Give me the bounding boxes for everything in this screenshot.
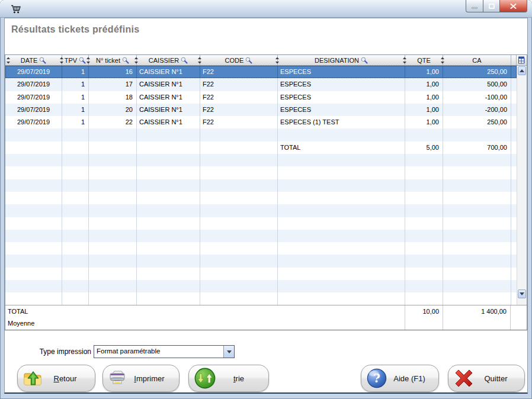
close-button[interactable] bbox=[499, 0, 527, 12]
cell-ticket bbox=[89, 280, 137, 292]
table-row[interactable]: 29/07/2019117CAISSIER N°1F22ESPECES1,005… bbox=[5, 78, 517, 91]
combo-dropdown-button[interactable] bbox=[223, 346, 234, 358]
column-pin-icon bbox=[6, 57, 11, 64]
table-row[interactable]: TOTAL5,00700,00 bbox=[5, 141, 517, 154]
cell-designation: ESPECES (1) TEST bbox=[278, 116, 405, 128]
app-window: Résultats tickets prédéfinis DATETPVN° t… bbox=[0, 0, 532, 399]
cell-tpv bbox=[62, 268, 89, 280]
cell-qte bbox=[405, 192, 443, 204]
imprimer-button[interactable]: Imprimer bbox=[102, 365, 180, 392]
scroll-up-button[interactable] bbox=[518, 66, 526, 75]
cell-date: 29/07/2019 bbox=[5, 91, 62, 104]
retour-button-label: Retour bbox=[43, 374, 95, 383]
table-row[interactable] bbox=[5, 204, 517, 217]
cell-ticket bbox=[89, 179, 137, 192]
column-header-tpv[interactable]: TPV bbox=[62, 55, 89, 65]
column-chooser-button[interactable] bbox=[517, 55, 527, 65]
cell-designation: ESPECES bbox=[278, 66, 405, 78]
table-row[interactable] bbox=[5, 166, 517, 179]
table-row[interactable] bbox=[5, 255, 517, 267]
type-impression-select[interactable]: Format paramétrable bbox=[94, 345, 235, 358]
table-row[interactable]: 29/07/2019122CAISSIER N°1F22ESPECES (1) … bbox=[5, 116, 517, 128]
cell-ticket bbox=[89, 217, 137, 230]
cell-date bbox=[5, 217, 62, 230]
cell-qte bbox=[405, 268, 443, 280]
table-row[interactable]: 29/07/2019120CAISSIER N°1F22ESPECES1,00-… bbox=[5, 104, 517, 116]
maximize-button[interactable] bbox=[483, 0, 500, 12]
cell-code bbox=[200, 192, 278, 204]
quitter-button[interactable]: Quitter bbox=[448, 365, 525, 392]
search-icon[interactable] bbox=[245, 57, 252, 64]
search-icon[interactable] bbox=[39, 57, 46, 64]
cell-qte bbox=[405, 255, 443, 267]
cell-date bbox=[5, 128, 62, 141]
search-icon[interactable] bbox=[181, 57, 188, 64]
trie-button[interactable]: trie bbox=[188, 365, 269, 392]
cell-tpv bbox=[62, 204, 89, 217]
search-icon[interactable] bbox=[122, 57, 129, 64]
cell-designation: TOTAL bbox=[278, 141, 405, 154]
row-filler bbox=[511, 230, 517, 242]
table-row[interactable] bbox=[5, 179, 517, 192]
maximize-icon bbox=[489, 4, 495, 9]
cell-date: 29/07/2019 bbox=[5, 104, 62, 116]
table-row[interactable] bbox=[5, 217, 517, 230]
column-header-ca[interactable]: CA bbox=[443, 55, 511, 65]
cell-tpv bbox=[62, 280, 89, 292]
scroll-down-button[interactable] bbox=[518, 289, 526, 298]
aide-button[interactable]: ?Aide (F1) bbox=[361, 365, 439, 392]
cell-tpv bbox=[62, 179, 89, 192]
table-row[interactable] bbox=[5, 280, 517, 292]
table-row[interactable]: 29/07/2019118CAISSIER N°1F22ESPECES1,00-… bbox=[5, 91, 517, 104]
titlebar[interactable] bbox=[0, 0, 532, 18]
footer-total-qte: 10,00 bbox=[405, 305, 443, 317]
cell-qte bbox=[405, 154, 443, 166]
column-header-designation[interactable]: DESIGNATION bbox=[278, 55, 405, 65]
cell-tpv bbox=[62, 128, 89, 141]
column-header-label: TPV bbox=[65, 57, 77, 64]
printer-icon bbox=[108, 370, 127, 387]
table-row[interactable] bbox=[5, 192, 517, 204]
cell-designation bbox=[278, 204, 405, 217]
column-header-ticket[interactable]: N° ticket bbox=[89, 55, 137, 65]
cell-designation: ESPECES bbox=[278, 104, 405, 116]
search-icon[interactable] bbox=[361, 57, 368, 64]
table-row[interactable] bbox=[5, 128, 517, 141]
cell-tpv: 1 bbox=[62, 91, 89, 104]
table-row[interactable] bbox=[5, 268, 517, 280]
table-row[interactable]: 29/07/2019116CAISSIER N°1F22ESPECES1,002… bbox=[5, 66, 517, 78]
sort-arrows-icon bbox=[194, 367, 216, 390]
search-icon[interactable] bbox=[79, 57, 86, 64]
row-filler bbox=[511, 154, 517, 166]
cell-code bbox=[200, 255, 278, 267]
column-header-qte[interactable]: QTE bbox=[405, 55, 443, 65]
table-row[interactable] bbox=[5, 154, 517, 166]
vertical-scrollbar[interactable] bbox=[517, 66, 527, 305]
row-filler bbox=[511, 179, 517, 192]
footer-average-qte bbox=[405, 317, 443, 330]
minimize-button[interactable] bbox=[466, 0, 483, 12]
cell-caissier bbox=[137, 292, 200, 305]
cell-code bbox=[200, 280, 278, 292]
cell-code bbox=[200, 242, 278, 255]
cell-qte: 1,00 bbox=[405, 104, 443, 116]
cell-code: F22 bbox=[200, 78, 278, 91]
cell-tpv bbox=[62, 141, 89, 154]
retour-button[interactable]: Retour bbox=[17, 365, 95, 392]
table-row[interactable] bbox=[5, 242, 517, 255]
cell-qte bbox=[405, 204, 443, 217]
row-filler bbox=[511, 268, 517, 280]
cell-tpv: 1 bbox=[62, 66, 89, 78]
cell-code bbox=[200, 154, 278, 166]
column-header-date[interactable]: DATE bbox=[5, 55, 62, 65]
table-row[interactable] bbox=[5, 292, 517, 305]
cell-designation bbox=[278, 280, 405, 292]
column-header-caissier[interactable]: CAISSIER bbox=[137, 55, 200, 65]
table-row[interactable] bbox=[5, 230, 517, 242]
chevron-down-icon bbox=[227, 350, 232, 353]
column-header-code[interactable]: CODE bbox=[200, 55, 278, 65]
cell-ticket bbox=[89, 268, 137, 280]
cell-ca bbox=[443, 268, 511, 280]
cell-code: F22 bbox=[200, 91, 278, 104]
cell-qte bbox=[405, 217, 443, 230]
